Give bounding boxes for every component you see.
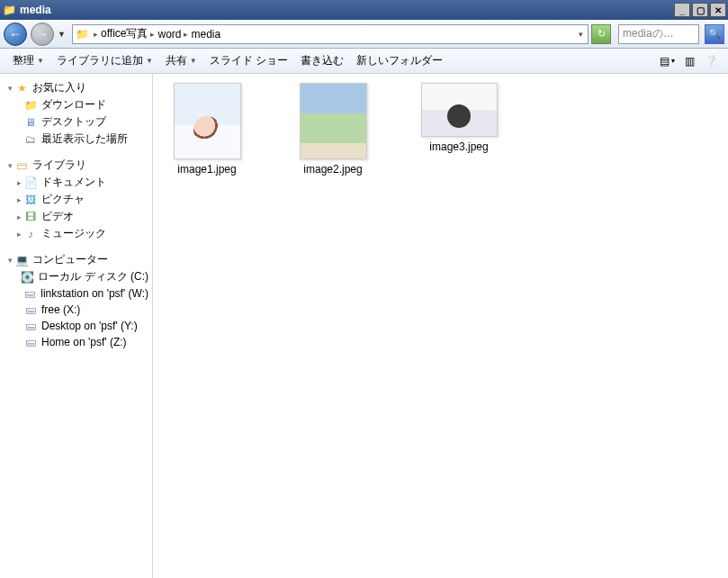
sidebar-item-documents[interactable]: ▸📄ドキュメント — [0, 174, 152, 191]
sidebar-item-drive-c[interactable]: 💽ローカル ディスク (C:) — [0, 268, 152, 285]
preview-pane-button[interactable]: ▥ — [679, 52, 699, 70]
computer-icon: 💻 — [14, 253, 29, 267]
collapse-icon[interactable]: ▾ — [5, 256, 14, 265]
expand-icon[interactable]: ▸ — [14, 195, 23, 204]
star-icon: ★ — [14, 81, 29, 95]
tree-label: 最近表示した場所 — [41, 131, 128, 147]
network-drive-icon: 🖴 — [23, 286, 38, 301]
search-placeholder: mediaの… — [623, 26, 674, 41]
network-drive-icon: 🖴 — [23, 303, 38, 317]
file-item[interactable]: image2.jpeg — [288, 83, 378, 176]
share-menu[interactable]: 共有▼ — [160, 51, 202, 70]
file-item[interactable]: image1.jpeg — [162, 83, 252, 176]
document-icon: 📄 — [23, 176, 38, 190]
chevron-down-icon: ▼ — [190, 57, 197, 65]
thumbnail — [300, 83, 367, 159]
close-button[interactable]: ✕ — [710, 3, 726, 17]
minimize-button[interactable]: _ — [674, 3, 690, 17]
computer-group: ▾ 💻 コンピューター 💽ローカル ディスク (C:) 🖴linkstation… — [0, 251, 152, 350]
favorites-root[interactable]: ▾ ★ お気に入り — [0, 79, 152, 96]
main-area: ▾ ★ お気に入り 📁ダウンロード 🖥デスクトップ 🗂最近表示した場所 ▾ 🗃 … — [0, 74, 728, 578]
picture-icon: 🖼 — [23, 193, 38, 207]
tree-label: ミュージック — [41, 226, 106, 241]
tree-label: free (X:) — [41, 303, 80, 316]
video-icon: 🎞 — [23, 210, 38, 224]
libraries-root[interactable]: ▾ 🗃 ライブラリ — [0, 157, 152, 174]
sidebar-item-videos[interactable]: ▸🎞ビデオ — [0, 208, 152, 225]
sidebar-item-drive-z[interactable]: 🖴Home on 'psf' (Z:) — [0, 334, 152, 350]
breadcrumb[interactable]: office写真 — [101, 26, 148, 41]
view-options-button[interactable]: ▤▼ — [658, 52, 678, 70]
breadcrumb[interactable]: word — [157, 28, 181, 41]
file-list[interactable]: image1.jpeg image2.jpeg image3.jpeg — [153, 74, 728, 578]
thumbnail — [174, 83, 241, 159]
libraries-group: ▾ 🗃 ライブラリ ▸📄ドキュメント ▸🖼ピクチャ ▸🎞ビデオ ▸♪ミュージック — [0, 157, 152, 242]
sidebar-item-downloads[interactable]: 📁ダウンロード — [0, 96, 152, 113]
window-controls: _ ▢ ✕ — [674, 3, 726, 17]
folder-icon: 📁 — [75, 27, 89, 41]
navigation-bar: ← → ▼ 📁 ▸ office写真 ▸ word ▸ media ▾ ↻ me… — [0, 20, 728, 49]
tree-label: Desktop on 'psf' (Y:) — [41, 320, 138, 332]
add-to-library-menu[interactable]: ライブラリに追加▼ — [51, 51, 158, 70]
history-dropdown[interactable]: ▼ — [58, 30, 68, 39]
expand-icon[interactable]: ▸ — [14, 212, 23, 221]
chevron-down-icon: ▼ — [37, 57, 44, 65]
sidebar-item-pictures[interactable]: ▸🖼ピクチャ — [0, 191, 152, 208]
chevron-down-icon: ▼ — [146, 57, 153, 65]
folder-icon: 📁 — [23, 98, 38, 113]
expand-icon[interactable]: ▸ — [14, 178, 23, 187]
title-bar: 📁 media _ ▢ ✕ — [0, 0, 728, 20]
tree-label: ダウンロード — [41, 97, 106, 113]
folder-icon: 📁 — [2, 3, 16, 17]
computer-root[interactable]: ▾ 💻 コンピューター — [0, 251, 152, 268]
address-bar[interactable]: 📁 ▸ office写真 ▸ word ▸ media ▾ — [72, 24, 589, 44]
tree-label: Home on 'psf' (Z:) — [41, 336, 127, 348]
library-icon: 🗃 — [14, 158, 29, 173]
back-button[interactable]: ← — [4, 23, 27, 46]
favorites-group: ▾ ★ お気に入り 📁ダウンロード 🖥デスクトップ 🗂最近表示した場所 — [0, 79, 152, 148]
network-drive-icon: 🖴 — [23, 335, 38, 349]
chevron-right-icon: ▸ — [91, 30, 101, 39]
tree-label: ローカル ディスク (C:) — [38, 269, 148, 284]
file-name: image1.jpeg — [177, 163, 236, 176]
burn-button[interactable]: 書き込む — [295, 51, 349, 70]
maximize-button[interactable]: ▢ — [692, 3, 708, 17]
sidebar-item-desktop[interactable]: 🖥デスクトップ — [0, 113, 152, 131]
chevron-down-icon[interactable]: ▾ — [576, 30, 586, 39]
tree-label: ビデオ — [41, 209, 74, 224]
refresh-button[interactable]: ↻ — [591, 24, 611, 44]
help-button[interactable]: ❔ — [701, 52, 721, 70]
sidebar-item-drive-y[interactable]: 🖴Desktop on 'psf' (Y:) — [0, 318, 152, 334]
organize-menu[interactable]: 整理▼ — [7, 51, 49, 70]
breadcrumb[interactable]: media — [191, 28, 220, 41]
search-button[interactable]: 🔍 — [705, 24, 724, 44]
tree-label: お気に入り — [32, 80, 86, 95]
search-input[interactable]: mediaの… — [618, 24, 699, 44]
desktop-icon: 🖥 — [23, 115, 38, 130]
tree-label: コンピューター — [32, 252, 108, 267]
network-drive-icon: 🖴 — [23, 319, 38, 333]
expand-icon[interactable]: ▸ — [14, 230, 23, 239]
slideshow-button[interactable]: スライド ショー — [204, 51, 293, 70]
chevron-right-icon: ▸ — [181, 30, 191, 39]
tree-label: デスクトップ — [41, 114, 106, 130]
sidebar-item-drive-w[interactable]: 🖴linkstation on 'psf' (W:) — [0, 285, 152, 302]
forward-button[interactable]: → — [31, 23, 54, 46]
tree-label: ライブラリ — [32, 158, 86, 173]
command-bar: 整理▼ ライブラリに追加▼ 共有▼ スライド ショー 書き込む 新しいフォルダー… — [0, 49, 728, 74]
tree-label: linkstation on 'psf' (W:) — [40, 287, 148, 300]
drive-icon: 💽 — [21, 270, 34, 284]
new-folder-button[interactable]: 新しいフォルダー — [351, 51, 448, 70]
thumbnail — [421, 83, 498, 137]
file-name: image2.jpeg — [303, 163, 362, 176]
collapse-icon[interactable]: ▾ — [5, 161, 14, 170]
file-item[interactable]: image3.jpeg — [414, 83, 504, 176]
sidebar-item-music[interactable]: ▸♪ミュージック — [0, 225, 152, 242]
window-title: media — [20, 4, 674, 16]
sidebar-item-drive-x[interactable]: 🖴free (X:) — [0, 302, 152, 318]
file-name: image3.jpeg — [429, 140, 488, 153]
navigation-pane: ▾ ★ お気に入り 📁ダウンロード 🖥デスクトップ 🗂最近表示した場所 ▾ 🗃 … — [0, 74, 153, 578]
sidebar-item-recent[interactable]: 🗂最近表示した場所 — [0, 131, 152, 148]
recent-icon: 🗂 — [23, 132, 38, 147]
collapse-icon[interactable]: ▾ — [5, 84, 14, 93]
